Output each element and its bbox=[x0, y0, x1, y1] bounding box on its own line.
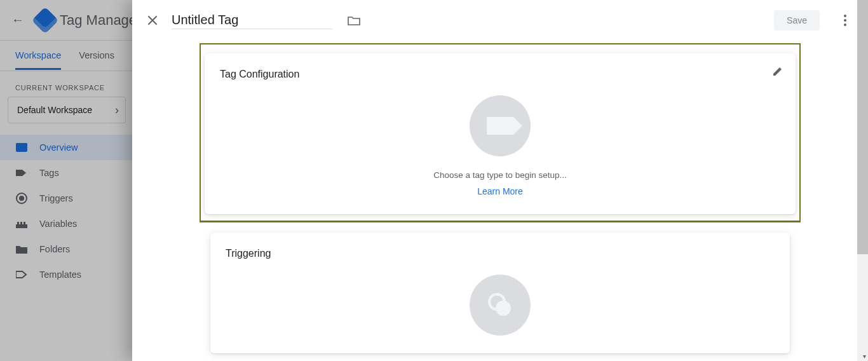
sidebar-item-label: Overview bbox=[39, 142, 78, 153]
svg-point-12 bbox=[496, 301, 511, 316]
sidebar-item-variables[interactable]: Variables bbox=[0, 211, 133, 236]
sidebar-item-templates[interactable]: Templates bbox=[0, 262, 133, 287]
back-button[interactable]: ← bbox=[5, 13, 31, 27]
folder-button[interactable] bbox=[345, 11, 363, 29]
folder-outline-icon bbox=[348, 15, 360, 25]
sidebar-item-label: Folders bbox=[39, 244, 70, 254]
sidebar-item-label: Triggers bbox=[39, 193, 73, 203]
svg-rect-4 bbox=[16, 224, 27, 228]
panel-header: Save bbox=[132, 0, 868, 41]
workspace-section-label: CURRENT WORKSPACE bbox=[0, 71, 133, 97]
tag-editor-panel: Save Tag Configuration Choose a tag type… bbox=[132, 0, 868, 361]
tag-icon bbox=[15, 168, 28, 177]
svg-rect-5 bbox=[17, 222, 19, 224]
sidebar-item-tags[interactable]: Tags bbox=[0, 160, 133, 186]
sidebar-item-triggers[interactable]: Triggers bbox=[0, 186, 133, 211]
trigger-icon bbox=[15, 193, 28, 204]
triggering-card[interactable]: Triggering bbox=[210, 233, 790, 353]
tag-placeholder-icon bbox=[470, 95, 531, 156]
folder-icon bbox=[15, 245, 28, 254]
svg-point-9 bbox=[844, 19, 846, 22]
svg-rect-7 bbox=[24, 222, 25, 224]
svg-point-10 bbox=[844, 24, 846, 26]
tag-config-empty-text: Choose a tag type to begin setup... bbox=[433, 170, 566, 180]
tab-workspace[interactable]: Workspace bbox=[15, 50, 61, 70]
tag-title-input[interactable] bbox=[172, 11, 332, 29]
templates-icon bbox=[15, 270, 28, 279]
svg-point-8 bbox=[844, 15, 846, 17]
scrollbar-thumb[interactable] bbox=[857, 0, 868, 254]
svg-point-3 bbox=[19, 196, 24, 201]
tab-versions[interactable]: Versions bbox=[79, 50, 114, 62]
learn-more-link[interactable]: Learn More bbox=[477, 186, 523, 196]
close-button[interactable] bbox=[142, 10, 163, 31]
more-button[interactable] bbox=[832, 8, 858, 33]
app-title: Tag Manager bbox=[60, 12, 141, 29]
close-icon bbox=[147, 15, 158, 25]
workspace-name: Default Workspace bbox=[17, 105, 92, 115]
variables-icon bbox=[15, 219, 28, 228]
chevron-right-icon: › bbox=[115, 104, 119, 117]
trigger-placeholder-icon bbox=[470, 275, 531, 336]
more-vert-icon bbox=[844, 15, 846, 26]
app-logo-icon bbox=[32, 6, 58, 33]
sidebar-item-label: Variables bbox=[39, 219, 77, 229]
sidebar-item-label: Templates bbox=[39, 269, 81, 280]
tag-config-heading: Tag Configuration bbox=[220, 69, 780, 80]
scrollbar[interactable]: ▴ ▾ bbox=[857, 0, 868, 361]
arrow-left-icon: ← bbox=[11, 13, 24, 27]
svg-rect-6 bbox=[20, 222, 22, 224]
sidebar-item-folders[interactable]: Folders bbox=[0, 236, 133, 262]
svg-rect-1 bbox=[16, 143, 27, 146]
sidebar-item-label: Tags bbox=[39, 168, 59, 178]
edit-icon[interactable] bbox=[771, 65, 784, 80]
triggering-heading: Triggering bbox=[226, 248, 775, 259]
tag-configuration-card[interactable]: Tag Configuration Choose a tag type to b… bbox=[205, 53, 796, 214]
overview-icon bbox=[15, 143, 28, 152]
workspace-selector[interactable]: Default Workspace › bbox=[8, 97, 126, 123]
sidebar-item-overview[interactable]: Overview bbox=[0, 135, 133, 160]
scroll-down-icon[interactable]: ▾ bbox=[863, 353, 866, 360]
highlighted-region: Tag Configuration Choose a tag type to b… bbox=[200, 43, 801, 222]
save-button[interactable]: Save bbox=[774, 10, 820, 31]
